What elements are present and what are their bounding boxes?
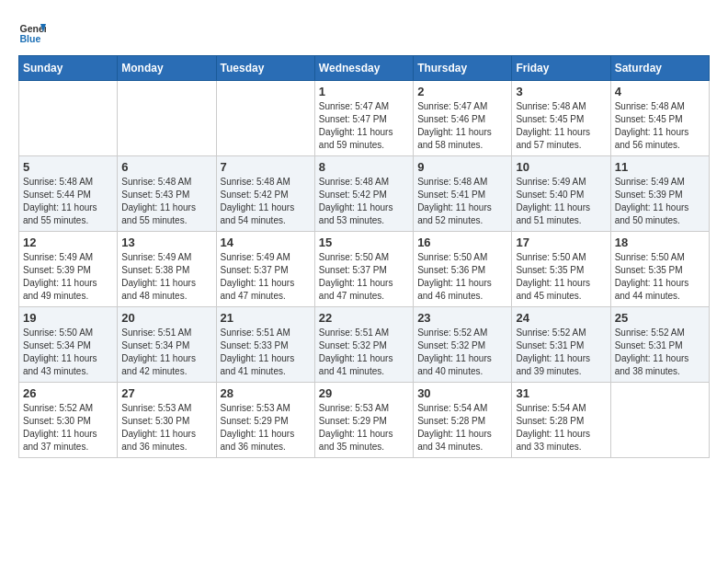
day-number: 12 <box>23 236 113 249</box>
calendar-cell: 18Sunrise: 5:50 AM Sunset: 5:35 PM Dayli… <box>610 232 709 307</box>
day-info: Sunrise: 5:50 AM Sunset: 5:37 PM Dayligh… <box>319 251 409 303</box>
calendar-week-0: 1Sunrise: 5:47 AM Sunset: 5:47 PM Daylig… <box>19 81 710 156</box>
day-info: Sunrise: 5:48 AM Sunset: 5:42 PM Dayligh… <box>221 176 311 227</box>
day-info: Sunrise: 5:54 AM Sunset: 5:28 PM Dayligh… <box>417 402 507 454</box>
calendar-cell: 20Sunrise: 5:51 AM Sunset: 5:34 PM Dayli… <box>118 307 216 383</box>
calendar-cell: 14Sunrise: 5:49 AM Sunset: 5:37 PM Dayli… <box>216 232 314 307</box>
day-number: 25 <box>615 311 705 325</box>
svg-text:Blue: Blue <box>20 33 41 44</box>
page-header: General Blue <box>18 18 710 46</box>
day-number: 13 <box>121 236 211 249</box>
day-header-wednesday: Wednesday <box>314 56 413 81</box>
day-header-tuesday: Tuesday <box>216 56 314 81</box>
day-info: Sunrise: 5:49 AM Sunset: 5:38 PM Dayligh… <box>121 251 211 303</box>
day-number: 28 <box>221 386 311 400</box>
day-info: Sunrise: 5:52 AM Sunset: 5:31 PM Dayligh… <box>615 327 705 378</box>
day-number: 20 <box>121 311 211 325</box>
day-number: 24 <box>516 311 606 325</box>
logo-icon: General Blue <box>18 18 46 46</box>
day-number: 4 <box>615 85 705 98</box>
day-info: Sunrise: 5:50 AM Sunset: 5:36 PM Dayligh… <box>417 251 507 303</box>
day-info: Sunrise: 5:47 AM Sunset: 5:47 PM Dayligh… <box>319 100 409 152</box>
calendar-cell: 9Sunrise: 5:48 AM Sunset: 5:41 PM Daylig… <box>414 156 512 232</box>
day-info: Sunrise: 5:53 AM Sunset: 5:29 PM Dayligh… <box>319 402 409 454</box>
day-info: Sunrise: 5:48 AM Sunset: 5:44 PM Dayligh… <box>23 176 113 227</box>
calendar-cell: 3Sunrise: 5:48 AM Sunset: 5:45 PM Daylig… <box>512 81 610 156</box>
day-number: 2 <box>417 85 507 98</box>
day-number: 1 <box>319 85 409 98</box>
day-info: Sunrise: 5:54 AM Sunset: 5:28 PM Dayligh… <box>516 402 606 454</box>
day-number: 6 <box>121 160 211 174</box>
day-info: Sunrise: 5:48 AM Sunset: 5:42 PM Dayligh… <box>319 176 409 227</box>
day-header-sunday: Sunday <box>19 56 118 81</box>
calendar-cell: 13Sunrise: 5:49 AM Sunset: 5:38 PM Dayli… <box>118 232 216 307</box>
calendar-cell: 27Sunrise: 5:53 AM Sunset: 5:30 PM Dayli… <box>118 383 216 458</box>
day-info: Sunrise: 5:50 AM Sunset: 5:35 PM Dayligh… <box>615 251 705 303</box>
day-info: Sunrise: 5:51 AM Sunset: 5:34 PM Dayligh… <box>121 327 211 378</box>
day-info: Sunrise: 5:50 AM Sunset: 5:34 PM Dayligh… <box>23 327 113 378</box>
day-info: Sunrise: 5:49 AM Sunset: 5:37 PM Dayligh… <box>221 251 311 303</box>
day-info: Sunrise: 5:51 AM Sunset: 5:33 PM Dayligh… <box>221 327 311 378</box>
calendar-cell: 1Sunrise: 5:47 AM Sunset: 5:47 PM Daylig… <box>314 81 413 156</box>
calendar-cell: 10Sunrise: 5:49 AM Sunset: 5:40 PM Dayli… <box>512 156 610 232</box>
day-info: Sunrise: 5:48 AM Sunset: 5:43 PM Dayligh… <box>121 176 211 227</box>
calendar-cell: 15Sunrise: 5:50 AM Sunset: 5:37 PM Dayli… <box>314 232 413 307</box>
calendar-cell <box>118 81 216 156</box>
day-number: 30 <box>417 386 507 400</box>
day-header-saturday: Saturday <box>610 56 709 81</box>
day-info: Sunrise: 5:48 AM Sunset: 5:45 PM Dayligh… <box>615 100 705 152</box>
day-number: 7 <box>221 160 311 174</box>
calendar-cell: 29Sunrise: 5:53 AM Sunset: 5:29 PM Dayli… <box>314 383 413 458</box>
calendar-cell <box>610 383 709 458</box>
day-number: 11 <box>615 160 705 174</box>
day-number: 3 <box>516 85 606 98</box>
calendar-cell: 4Sunrise: 5:48 AM Sunset: 5:45 PM Daylig… <box>610 81 709 156</box>
calendar-header-row: SundayMondayTuesdayWednesdayThursdayFrid… <box>19 56 710 81</box>
day-info: Sunrise: 5:50 AM Sunset: 5:35 PM Dayligh… <box>516 251 606 303</box>
calendar-cell: 16Sunrise: 5:50 AM Sunset: 5:36 PM Dayli… <box>414 232 512 307</box>
day-number: 15 <box>319 236 409 249</box>
day-info: Sunrise: 5:51 AM Sunset: 5:32 PM Dayligh… <box>319 327 409 378</box>
day-number: 9 <box>417 160 507 174</box>
calendar-cell: 23Sunrise: 5:52 AM Sunset: 5:32 PM Dayli… <box>414 307 512 383</box>
calendar-cell: 7Sunrise: 5:48 AM Sunset: 5:42 PM Daylig… <box>216 156 314 232</box>
calendar-cell: 11Sunrise: 5:49 AM Sunset: 5:39 PM Dayli… <box>610 156 709 232</box>
day-info: Sunrise: 5:47 AM Sunset: 5:46 PM Dayligh… <box>417 100 507 152</box>
day-number: 18 <box>615 236 705 249</box>
calendar-cell <box>19 81 118 156</box>
calendar-week-4: 26Sunrise: 5:52 AM Sunset: 5:30 PM Dayli… <box>19 383 710 458</box>
day-number: 17 <box>516 236 606 249</box>
day-number: 26 <box>23 386 113 400</box>
calendar-cell: 21Sunrise: 5:51 AM Sunset: 5:33 PM Dayli… <box>216 307 314 383</box>
day-number: 16 <box>417 236 507 249</box>
day-header-friday: Friday <box>512 56 610 81</box>
day-info: Sunrise: 5:49 AM Sunset: 5:39 PM Dayligh… <box>615 176 705 227</box>
day-number: 8 <box>319 160 409 174</box>
day-number: 29 <box>319 386 409 400</box>
day-info: Sunrise: 5:48 AM Sunset: 5:41 PM Dayligh… <box>417 176 507 227</box>
calendar-table: SundayMondayTuesdayWednesdayThursdayFrid… <box>18 55 710 458</box>
calendar-cell: 17Sunrise: 5:50 AM Sunset: 5:35 PM Dayli… <box>512 232 610 307</box>
calendar-cell: 12Sunrise: 5:49 AM Sunset: 5:39 PM Dayli… <box>19 232 118 307</box>
day-number: 14 <box>221 236 311 249</box>
day-number: 27 <box>121 386 211 400</box>
logo: General Blue <box>18 18 50 46</box>
day-header-thursday: Thursday <box>414 56 512 81</box>
calendar-cell: 5Sunrise: 5:48 AM Sunset: 5:44 PM Daylig… <box>19 156 118 232</box>
day-info: Sunrise: 5:53 AM Sunset: 5:30 PM Dayligh… <box>121 402 211 454</box>
day-number: 10 <box>516 160 606 174</box>
day-number: 5 <box>23 160 113 174</box>
calendar-cell: 30Sunrise: 5:54 AM Sunset: 5:28 PM Dayli… <box>414 383 512 458</box>
calendar-cell: 19Sunrise: 5:50 AM Sunset: 5:34 PM Dayli… <box>19 307 118 383</box>
calendar-cell: 24Sunrise: 5:52 AM Sunset: 5:31 PM Dayli… <box>512 307 610 383</box>
calendar-cell: 25Sunrise: 5:52 AM Sunset: 5:31 PM Dayli… <box>610 307 709 383</box>
calendar-cell: 2Sunrise: 5:47 AM Sunset: 5:46 PM Daylig… <box>414 81 512 156</box>
calendar-week-1: 5Sunrise: 5:48 AM Sunset: 5:44 PM Daylig… <box>19 156 710 232</box>
calendar-cell: 8Sunrise: 5:48 AM Sunset: 5:42 PM Daylig… <box>314 156 413 232</box>
calendar-cell: 6Sunrise: 5:48 AM Sunset: 5:43 PM Daylig… <box>118 156 216 232</box>
day-number: 19 <box>23 311 113 325</box>
day-info: Sunrise: 5:52 AM Sunset: 5:30 PM Dayligh… <box>23 402 113 454</box>
calendar-week-3: 19Sunrise: 5:50 AM Sunset: 5:34 PM Dayli… <box>19 307 710 383</box>
day-number: 23 <box>417 311 507 325</box>
day-info: Sunrise: 5:53 AM Sunset: 5:29 PM Dayligh… <box>221 402 311 454</box>
